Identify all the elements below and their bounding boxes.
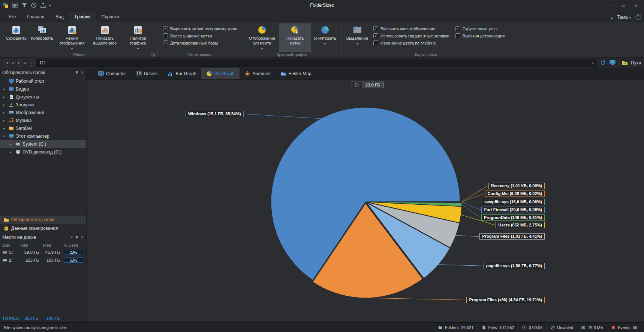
tree-item-system-c[interactable]: System (C:)	[0, 140, 86, 148]
pie-label-Program Files (x86)[interactable]: Program Files (x86) (4,54 ГБ, 19,71%)	[466, 297, 545, 303]
element-display-button[interactable]: Отображение элемента	[246, 24, 278, 52]
paths-toggle[interactable]: Пути	[618, 60, 641, 66]
checkbox-enable-scaling[interactable]: Включить масштабирование	[373, 26, 449, 31]
checkbox-align-labels-right[interactable]: Выровнять метки по правому краю	[163, 26, 237, 31]
destroy-button[interactable]: Уничтожить	[312, 24, 338, 52]
chevron-icon[interactable]	[3, 134, 7, 138]
chevron-icon[interactable]	[3, 111, 7, 115]
checkbox-box-icon	[163, 40, 168, 45]
close-button[interactable]	[631, 1, 642, 9]
group-label-histogram: Гистограмма	[158, 52, 242, 57]
tree-item-documents[interactable]: Документы	[0, 93, 86, 101]
back-button[interactable]	[3, 59, 10, 67]
schedule-icon[interactable]	[30, 2, 37, 9]
pie-label-Fort Firewall[interactable]: Fort Firewall (20,6 МБ, 0,08%)	[481, 207, 545, 213]
checkbox-rounded-corners[interactable]: Скругленные углы	[455, 26, 505, 31]
column-disk[interactable]: Disk	[2, 243, 19, 247]
chart-palette-button[interactable]: Палитра графика	[122, 24, 154, 52]
path-dropdown-chevron-icon[interactable]	[592, 60, 594, 66]
pie-label-Users[interactable]: Users (652 МБ, 2,75%)	[496, 222, 545, 228]
up-button[interactable]	[27, 59, 35, 67]
scan-data-icon	[4, 226, 9, 231]
tree-item-label: System (C:)	[22, 141, 46, 147]
pie-label-Recovery[interactable]: Recovery (1,01 КБ, 0,00%)	[488, 183, 545, 189]
filter-icon[interactable]	[21, 2, 28, 9]
theme-selector[interactable]: Тема	[617, 15, 631, 20]
chevron-icon[interactable]	[3, 87, 7, 91]
checkbox-color-by-depth[interactable]: Изменение цвета по глубине	[373, 40, 449, 45]
sidebar-tab-scan-data[interactable]: Данные сканирования	[0, 224, 86, 233]
display-mode-button[interactable]: Режим отображения	[56, 24, 88, 52]
collapse-panel-icon[interactable]	[71, 235, 73, 239]
column-used[interactable]: % Used	[64, 243, 85, 247]
tab-file[interactable]: File	[3, 12, 21, 22]
tree-item-desktop[interactable]: Рабочий стол	[0, 77, 86, 85]
tree-item-music[interactable]: Музыка	[0, 116, 86, 124]
tab-pie-graph[interactable]: Pie Graph	[201, 68, 240, 79]
chevron-icon[interactable]	[3, 127, 7, 130]
customize-toolbar-chevron-icon[interactable]	[49, 3, 51, 8]
chevron-icon[interactable]	[3, 103, 7, 107]
refresh-icon[interactable]	[600, 60, 606, 66]
disk-row-c[interactable]: C: 59,8 ГБ 45,9 ГБ 23%	[0, 249, 86, 256]
report-icon[interactable]	[12, 2, 18, 9]
chevron-icon[interactable]	[10, 142, 13, 146]
chevron-icon[interactable]	[3, 119, 7, 122]
back-history-chevron-icon[interactable]	[12, 60, 14, 66]
tab-computer[interactable]: Computer	[93, 68, 131, 79]
checkbox-gradient-fills[interactable]: Использовать градиентные заливки	[373, 33, 449, 38]
show-labels-button[interactable]: Показать метки	[279, 24, 311, 52]
tab-view[interactable]: Вид	[50, 12, 69, 22]
export-icon[interactable]	[40, 2, 46, 9]
tab-home[interactable]: Главная	[21, 12, 50, 22]
tree-item-images[interactable]: Изображения	[0, 109, 86, 116]
close-panel-icon[interactable]	[81, 235, 84, 240]
chevron-icon[interactable]	[3, 95, 7, 99]
pin-icon[interactable]	[75, 71, 79, 74]
column-total[interactable]: Total	[19, 243, 43, 247]
minimize-button[interactable]	[605, 1, 616, 9]
pie-label-swapfile.sys[interactable]: swapfile.sys (16,0 МБ, 0,06%)	[482, 199, 545, 205]
checkbox-high-detail[interactable]: Высокая детализация	[455, 33, 505, 38]
path-input[interactable]: C:\	[36, 59, 597, 67]
pie-label-pagefile.sys[interactable]: pagefile.sys (1,56 ГБ, 6,77%)	[484, 263, 545, 269]
checkbox-detailed-bars[interactable]: Детализированные бары	[163, 40, 237, 45]
tree-item-video[interactable]: Видео	[0, 85, 86, 93]
column-free[interactable]: Free	[43, 243, 64, 247]
selection-label: Выделение	[346, 36, 368, 41]
tree-item-dvd-d[interactable]: DVD-дисковод (D:)	[0, 148, 86, 156]
pie-label-Config.Msi[interactable]: Config.Msi (6,29 МБ, 0,02%)	[485, 191, 545, 197]
tab-bar-graph[interactable]: Bar Graph	[162, 68, 201, 79]
close-panel-icon[interactable]	[81, 70, 84, 75]
tab-folder-map[interactable]: Folder Map	[276, 68, 316, 79]
forward-button[interactable]	[15, 59, 23, 67]
disk-totals-row: TOTALS: 283 ГБ 149 ГБ	[0, 314, 86, 322]
checkbox-wider-labels[interactable]: Более широкие метки	[163, 33, 237, 38]
disk-row-z[interactable]: Z: 223 ГБ 103 ГБ 53%	[0, 256, 86, 264]
tree-item-samdel[interactable]: SamDel	[0, 124, 86, 132]
pie-label-Program Files[interactable]: Program Files (1,01 ГБ, 4,41%)	[479, 233, 545, 240]
tree-item-downloads[interactable]: Загрузки	[0, 101, 86, 109]
help-icon[interactable]	[635, 14, 641, 20]
forward-history-chevron-icon[interactable]	[24, 60, 26, 66]
chevron-icon[interactable]	[10, 150, 13, 154]
pin-icon[interactable]	[75, 235, 79, 239]
status-events[interactable]: Events: 55	[607, 323, 641, 332]
collapse-ribbon-icon[interactable]	[611, 15, 613, 20]
tab-graph[interactable]: График	[69, 12, 96, 22]
dialog-launcher-icon[interactable]	[151, 53, 155, 57]
selection-button[interactable]: Выделение	[344, 24, 370, 52]
tab-details[interactable]: Details	[131, 68, 163, 79]
tab-sunburst[interactable]: Sunburst	[240, 68, 276, 79]
show-selected-button[interactable]: Показать выделенное	[89, 24, 121, 52]
tab-help[interactable]: Справка	[96, 12, 125, 22]
sidebar-tab-folder-explorer[interactable]: Обозреватель папок	[0, 216, 86, 224]
element-display-label: Отображение элемента	[248, 36, 276, 46]
pie-label-Windows[interactable]: Windows (15,1 ГБ, 65,54%)	[186, 111, 244, 117]
maximize-button[interactable]	[618, 1, 629, 9]
save-button[interactable]: Сохранить	[4, 24, 28, 52]
tree-item-this-pc[interactable]: Этот компьютер	[0, 132, 86, 140]
copy-button[interactable]: Копировать	[29, 24, 55, 52]
display-settings-icon[interactable]	[610, 60, 616, 66]
pie-label-ProgramData[interactable]: ProgramData (146 МБ, 0,61%)	[481, 214, 545, 221]
